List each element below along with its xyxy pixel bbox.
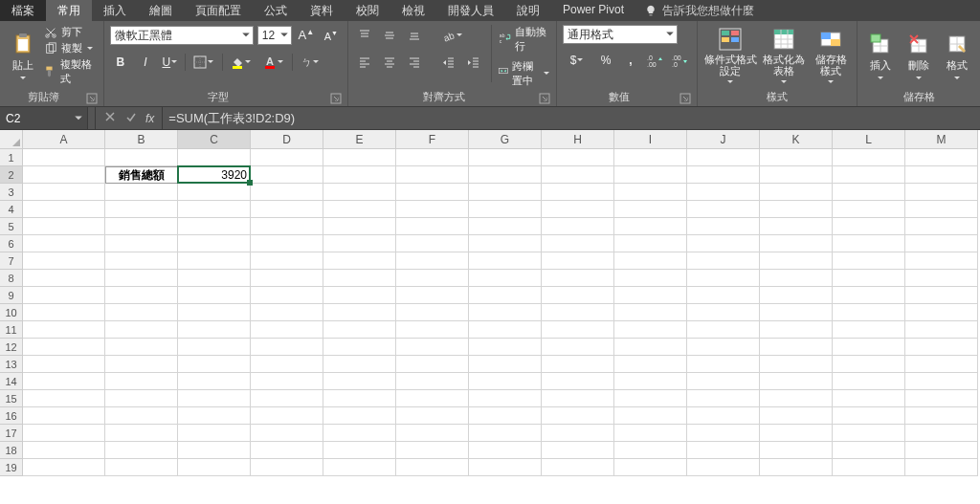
format-as-table-button[interactable]: 格式化為表格 (761, 25, 807, 88)
cell[interactable] (614, 304, 687, 321)
cell[interactable] (105, 270, 178, 287)
tab-insert[interactable]: 插入 (92, 0, 138, 21)
cell[interactable] (469, 287, 542, 304)
cell[interactable] (105, 184, 178, 201)
cell[interactable] (614, 407, 687, 425)
cell[interactable] (323, 390, 396, 407)
cell[interactable] (251, 166, 323, 184)
cell[interactable] (905, 287, 978, 304)
format-cells-button[interactable]: 格式 (940, 25, 974, 88)
cell[interactable] (760, 407, 833, 425)
cell[interactable] (760, 201, 833, 218)
cell[interactable] (323, 201, 396, 218)
col-header[interactable]: K (760, 130, 833, 149)
cell[interactable] (396, 373, 469, 390)
cell[interactable] (905, 390, 978, 407)
percent-button[interactable]: % (595, 50, 616, 71)
cell[interactable] (178, 442, 251, 459)
cell[interactable] (469, 235, 542, 252)
row-header[interactable]: 3 (0, 184, 23, 201)
cell[interactable] (23, 390, 105, 407)
cell[interactable] (396, 339, 469, 356)
cell[interactable] (323, 149, 396, 166)
cell[interactable] (905, 425, 978, 442)
cell[interactable] (469, 321, 542, 339)
conditional-format-button[interactable]: 條件式格式設定 (703, 25, 757, 88)
cell[interactable] (105, 201, 178, 218)
cell[interactable] (251, 373, 323, 390)
cell[interactable] (105, 149, 178, 166)
merge-center-button[interactable]: 跨欄置中 (499, 59, 550, 88)
cell[interactable] (251, 407, 323, 425)
cell[interactable] (396, 270, 469, 287)
cell[interactable] (105, 390, 178, 407)
orientation-button[interactable]: ab (438, 25, 467, 46)
decrease-decimal-button[interactable]: .00.0 (670, 50, 691, 71)
fill-handle[interactable] (247, 180, 253, 186)
cell[interactable] (614, 356, 687, 373)
cell[interactable] (833, 321, 905, 339)
col-header[interactable]: I (614, 130, 687, 149)
increase-font-button[interactable]: A▲ (296, 25, 317, 46)
cell[interactable] (178, 287, 251, 304)
align-left-button[interactable] (354, 52, 375, 73)
cell[interactable] (23, 252, 105, 270)
cell[interactable] (251, 235, 323, 252)
cell[interactable] (614, 442, 687, 459)
tab-formulas[interactable]: 公式 (253, 0, 299, 21)
cell[interactable] (469, 184, 542, 201)
tab-data[interactable]: 資料 (299, 0, 345, 21)
tab-page-layout[interactable]: 頁面配置 (184, 0, 253, 21)
cell[interactable] (469, 390, 542, 407)
tab-draw[interactable]: 繪圖 (138, 0, 184, 21)
cell[interactable] (833, 407, 905, 425)
cell[interactable] (542, 425, 614, 442)
cell[interactable] (542, 287, 614, 304)
cell[interactable] (251, 184, 323, 201)
cell[interactable] (105, 304, 178, 321)
cell[interactable] (469, 442, 542, 459)
format-painter-button[interactable]: 複製格式 (44, 57, 98, 86)
cell[interactable] (251, 287, 323, 304)
align-middle-button[interactable] (379, 25, 400, 46)
cell[interactable] (760, 287, 833, 304)
cell[interactable] (614, 287, 687, 304)
cell[interactable] (178, 252, 251, 270)
cell[interactable] (469, 356, 542, 373)
cell[interactable] (542, 390, 614, 407)
cell[interactable] (323, 442, 396, 459)
cell[interactable] (687, 201, 760, 218)
cell[interactable] (396, 149, 469, 166)
cell[interactable] (178, 149, 251, 166)
cell[interactable] (396, 459, 469, 476)
cancel-formula-button[interactable] (103, 110, 117, 126)
cell[interactable] (178, 339, 251, 356)
align-top-button[interactable] (354, 25, 375, 46)
cell[interactable] (687, 425, 760, 442)
cell[interactable] (23, 425, 105, 442)
cell[interactable] (396, 235, 469, 252)
cell[interactable] (396, 304, 469, 321)
number-format-combo[interactable]: 通用格式 (563, 25, 678, 44)
row-header[interactable]: 14 (0, 373, 23, 390)
cell[interactable] (905, 201, 978, 218)
cell[interactable]: 3920 (178, 166, 251, 184)
cell[interactable] (23, 304, 105, 321)
increase-indent-button[interactable] (463, 52, 484, 73)
dialog-launcher-icon[interactable] (539, 93, 550, 104)
cell[interactable] (251, 252, 323, 270)
cell[interactable] (23, 218, 105, 235)
cell[interactable] (23, 149, 105, 166)
cell[interactable] (905, 149, 978, 166)
cell[interactable] (251, 459, 323, 476)
cell[interactable] (905, 339, 978, 356)
cell[interactable] (687, 235, 760, 252)
cell[interactable] (23, 321, 105, 339)
col-header[interactable]: M (905, 130, 978, 149)
cell[interactable] (469, 252, 542, 270)
cell[interactable] (833, 442, 905, 459)
font-color-button[interactable]: A (259, 52, 288, 73)
tab-view[interactable]: 檢視 (390, 0, 436, 21)
cell[interactable] (469, 149, 542, 166)
cell[interactable] (23, 459, 105, 476)
